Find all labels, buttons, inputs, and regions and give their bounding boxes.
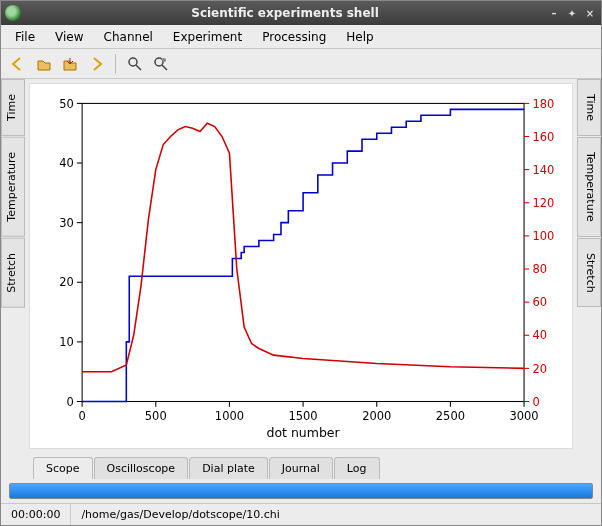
window-title: Scientific experiments shell	[27, 6, 543, 20]
tab-log[interactable]: Log	[334, 457, 380, 479]
svg-text:120: 120	[532, 196, 554, 210]
svg-text:180: 180	[532, 97, 554, 111]
svg-text:2000: 2000	[362, 409, 391, 423]
tab-oscilloscope[interactable]: Oscilloscope	[94, 457, 189, 479]
svg-text:50: 50	[59, 97, 74, 111]
svg-text:500: 500	[145, 409, 167, 423]
left-tab-time[interactable]: Time	[1, 79, 25, 136]
progress-bar	[9, 483, 593, 499]
toolbar-separator	[115, 54, 116, 74]
svg-text:20: 20	[532, 362, 547, 376]
bottom-tabs: Scope Oscilloscope Dial plate Journal Lo…	[25, 453, 577, 479]
right-side-tabs: Time Temperature Stretch	[577, 79, 601, 479]
tab-scope[interactable]: Scope	[33, 457, 93, 479]
left-side-tabs: Time Temperature Stretch	[1, 79, 25, 479]
menu-channel[interactable]: Channel	[94, 27, 163, 47]
status-path: /home/gas/Develop/dotscope/10.chi	[71, 504, 601, 525]
right-tab-temperature[interactable]: Temperature	[577, 137, 601, 237]
status-time: 00:00:00	[1, 504, 71, 525]
app-window: Scientific experiments shell – ✦ × File …	[0, 0, 602, 526]
svg-text:0: 0	[532, 395, 539, 409]
titlebar: Scientific experiments shell – ✦ ×	[1, 1, 601, 25]
settings-icon[interactable]	[150, 53, 172, 75]
svg-point-2	[155, 58, 163, 66]
open-icon[interactable]	[33, 53, 55, 75]
minimize-button[interactable]: –	[547, 6, 561, 20]
close-button[interactable]: ×	[583, 6, 597, 20]
menu-help[interactable]: Help	[336, 27, 383, 47]
svg-text:40: 40	[59, 156, 74, 170]
content-area: Time Temperature Stretch 050010001500200…	[1, 79, 601, 479]
svg-point-4	[162, 58, 166, 62]
svg-text:140: 140	[532, 163, 554, 177]
menu-view[interactable]: View	[45, 27, 93, 47]
left-tab-temperature[interactable]: Temperature	[1, 137, 25, 237]
left-tab-stretch[interactable]: Stretch	[1, 238, 25, 308]
svg-text:30: 30	[59, 216, 74, 230]
svg-text:dot number: dot number	[266, 425, 340, 440]
svg-text:0: 0	[78, 409, 85, 423]
svg-line-3	[162, 65, 167, 70]
svg-text:80: 80	[532, 262, 547, 276]
plot-area[interactable]: 050010001500200025003000dot number010203…	[29, 83, 573, 449]
svg-text:1000: 1000	[215, 409, 244, 423]
svg-text:1500: 1500	[289, 409, 318, 423]
chart-svg: 050010001500200025003000dot number010203…	[30, 84, 572, 448]
import-icon[interactable]	[59, 53, 81, 75]
menu-experiment[interactable]: Experiment	[163, 27, 252, 47]
progress-row	[1, 479, 601, 503]
svg-text:2500: 2500	[436, 409, 465, 423]
statusbar: 00:00:00 /home/gas/Develop/dotscope/10.c…	[1, 503, 601, 525]
svg-text:20: 20	[59, 275, 74, 289]
menubar: File View Channel Experiment Processing …	[1, 25, 601, 49]
maximize-button[interactable]: ✦	[565, 6, 579, 20]
svg-text:100: 100	[532, 229, 554, 243]
svg-text:3000: 3000	[509, 409, 538, 423]
toolbar	[1, 49, 601, 79]
menu-file[interactable]: File	[5, 27, 45, 47]
svg-text:10: 10	[59, 335, 74, 349]
app-icon	[5, 5, 21, 21]
svg-text:160: 160	[532, 130, 554, 144]
svg-point-0	[129, 58, 137, 66]
center-panel: 050010001500200025003000dot number010203…	[25, 79, 577, 479]
forward-icon[interactable]	[85, 53, 107, 75]
menu-processing[interactable]: Processing	[252, 27, 336, 47]
svg-rect-5	[82, 103, 524, 401]
right-tab-stretch[interactable]: Stretch	[577, 238, 601, 308]
tab-dial-plate[interactable]: Dial plate	[189, 457, 268, 479]
svg-line-1	[136, 65, 141, 70]
back-icon[interactable]	[7, 53, 29, 75]
zoom-icon[interactable]	[124, 53, 146, 75]
tab-journal[interactable]: Journal	[269, 457, 333, 479]
svg-text:60: 60	[532, 295, 547, 309]
svg-text:40: 40	[532, 328, 547, 342]
svg-text:0: 0	[66, 395, 73, 409]
right-tab-time[interactable]: Time	[577, 79, 601, 136]
